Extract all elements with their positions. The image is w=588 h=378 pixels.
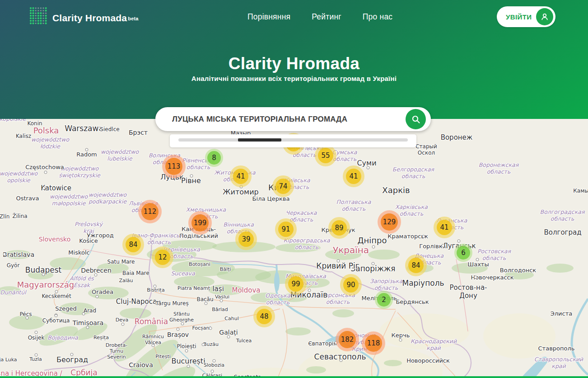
dropdown-scrollbar-track bbox=[178, 138, 408, 142]
login-button[interactable]: УВІЙТИ bbox=[497, 6, 555, 27]
cluster-marker[interactable]: 41 bbox=[434, 217, 455, 238]
cluster-count: 39 bbox=[238, 232, 254, 247]
cluster-count: 55 bbox=[318, 148, 333, 163]
map[interactable] bbox=[0, 119, 588, 376]
cluster-count: 199 bbox=[191, 214, 209, 232]
cluster-count: 12 bbox=[155, 250, 170, 265]
search-bar bbox=[155, 107, 431, 131]
cluster-count: 41 bbox=[437, 220, 452, 235]
search-icon bbox=[411, 114, 421, 124]
cluster-marker[interactable]: 41 bbox=[343, 165, 364, 187]
logo-icon bbox=[29, 6, 48, 27]
cluster-count: 48 bbox=[257, 309, 272, 324]
cluster-marker[interactable]: 6 bbox=[454, 244, 472, 262]
cluster-marker[interactable]: 90 bbox=[340, 274, 362, 296]
cluster-marker[interactable]: 99 bbox=[285, 273, 307, 295]
nav-about[interactable]: Про нас bbox=[363, 12, 392, 22]
cluster-marker[interactable]: 89 bbox=[328, 217, 350, 239]
cluster-count: 41 bbox=[346, 169, 361, 184]
search-button[interactable] bbox=[406, 109, 426, 129]
cluster-count: 99 bbox=[288, 276, 303, 292]
map-artwork bbox=[0, 119, 588, 378]
cluster-marker[interactable]: 12 bbox=[152, 246, 173, 268]
cluster-marker[interactable]: 91 bbox=[275, 218, 297, 240]
cluster-marker[interactable]: 55 bbox=[315, 145, 336, 166]
cluster-count: 113 bbox=[165, 158, 182, 175]
cluster-marker[interactable]: 182 bbox=[336, 328, 359, 351]
cluster-count: 118 bbox=[365, 335, 382, 352]
nav-comparison[interactable]: Порівняння bbox=[247, 12, 290, 22]
beta-badge: beta bbox=[128, 16, 138, 21]
cluster-marker[interactable]: 84 bbox=[122, 234, 144, 255]
user-avatar-icon bbox=[536, 8, 553, 25]
cluster-count: 2 bbox=[377, 293, 391, 307]
cluster-marker[interactable]: 118 bbox=[362, 331, 385, 355]
hero-header: Clarity Hromadabeta Порівняння Рейтинг П… bbox=[0, 0, 588, 119]
cluster-count: 41 bbox=[233, 169, 248, 184]
cluster-count: 8 bbox=[207, 151, 221, 165]
cluster-count: 84 bbox=[126, 237, 141, 252]
cluster-marker[interactable]: 41 bbox=[230, 165, 252, 187]
cluster-marker[interactable]: 8 bbox=[205, 149, 223, 167]
cluster-marker[interactable]: 74 bbox=[272, 175, 294, 197]
search-results-dropdown bbox=[170, 134, 416, 147]
cluster-count: 129 bbox=[381, 213, 398, 231]
main-nav: Порівняння Рейтинг Про нас bbox=[247, 0, 392, 33]
dropdown-scrollbar-thumb[interactable] bbox=[238, 138, 281, 142]
cluster-count: 6 bbox=[457, 246, 470, 260]
logo[interactable]: Clarity Hromadabeta bbox=[29, 6, 138, 28]
cluster-count: 74 bbox=[275, 179, 291, 194]
search-input[interactable] bbox=[172, 115, 406, 124]
cluster-count: 112 bbox=[141, 203, 159, 220]
nav-rating[interactable]: Рейтинг bbox=[312, 12, 341, 22]
login-label: УВІЙТИ bbox=[506, 13, 532, 21]
cluster-marker[interactable]: 199 bbox=[188, 211, 212, 235]
page-title: Clarity Hromada bbox=[0, 54, 588, 73]
cluster-marker[interactable]: 39 bbox=[235, 228, 257, 250]
cluster-marker[interactable]: 113 bbox=[162, 155, 186, 178]
footer-top-strip bbox=[0, 376, 588, 378]
logo-title: Clarity Hromadabeta bbox=[52, 6, 138, 28]
cluster-count: 91 bbox=[278, 222, 294, 237]
cluster-count: 182 bbox=[339, 331, 356, 348]
cluster-count: 89 bbox=[331, 220, 347, 236]
cluster-marker[interactable]: 2 bbox=[375, 291, 393, 309]
cluster-marker[interactable]: 129 bbox=[378, 210, 401, 234]
cluster-marker[interactable]: 84 bbox=[405, 255, 427, 276]
cluster-count: 90 bbox=[343, 277, 359, 293]
cluster-marker[interactable]: 48 bbox=[253, 306, 275, 327]
cluster-marker[interactable]: 112 bbox=[138, 200, 162, 223]
page-subtitle: Аналітичні показники всіх територіальних… bbox=[0, 75, 588, 82]
topbar: Clarity Hromadabeta Порівняння Рейтинг П… bbox=[0, 0, 588, 33]
cluster-count: 84 bbox=[408, 258, 424, 273]
